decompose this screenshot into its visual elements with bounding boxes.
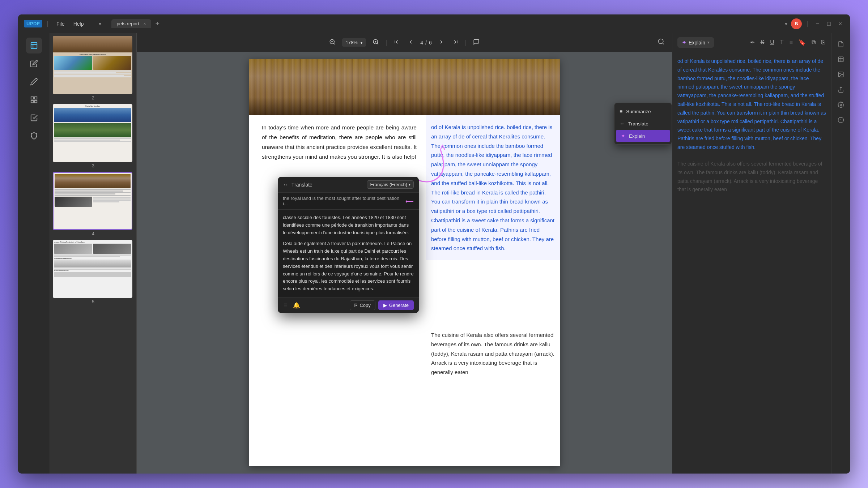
far-icon-info[interactable] [834,114,847,127]
translate-lang-select[interactable]: Français (French) ▾ [367,180,414,189]
pdf-toolbar: 178% ▾ | [137,33,672,52]
svg-rect-22 [838,57,843,62]
copy-button[interactable]: ⎘ Copy [350,300,375,310]
summarize-icon: ≡ [620,108,622,114]
right-content-text: od of Kerala is unpolished rice. boiled … [677,57,826,152]
tab-add-icon[interactable]: + [153,20,163,28]
ai-dropdown-menu: ≡ Summarize ↔ Translate ✦ Explain [614,103,672,145]
tab-pets-report[interactable]: pets report × [111,19,151,28]
far-icon-ocr[interactable] [834,53,847,66]
svg-rect-6 [31,100,33,103]
menu-help[interactable]: Help [70,20,88,28]
zoom-display[interactable]: 178% ▾ [342,38,366,47]
copy-format-icon[interactable]: ⧉ [810,38,817,47]
svg-point-26 [840,104,842,106]
dropdown-arrow-icon[interactable]: ▾ [99,21,101,27]
generate-label: Generate [389,303,409,308]
generate-button[interactable]: ▶ Generate [378,300,414,310]
right-panel-toolbar: ✦ Explain ▾ ✒ S U T ≡ 🔖 ⧉ ⎘ [672,33,831,52]
minimize-button[interactable]: − [814,21,821,27]
translate-icon-header: ↔ [283,181,289,188]
app-window: UPDF | File Help ▾ pets report × + ▾ B |… [18,14,850,474]
translate-arrow-icon: ⟵ [405,198,414,205]
svg-rect-3 [31,97,33,99]
align-icon[interactable]: ≡ [788,38,794,47]
translate-title: Translate [292,182,312,188]
explain-btn-label: Explain [689,40,705,46]
page-hero-image [249,59,560,115]
body-text-content: In today's time when more and more peopl… [262,123,417,162]
next-page-btn[interactable] [436,38,446,48]
generate-icon: ▶ [383,303,387,308]
explain-icon: ✦ [621,133,625,139]
right-column-text: od of Kerala is unpolished rice. boiled … [426,115,560,260]
prev-page-btn[interactable] [406,38,416,48]
thumb-img-2: A Key Phase in the History of Tourism [53,36,132,94]
ai-translate-item[interactable]: ↔ Translate [614,117,672,130]
nav-dropdown-icon[interactable]: ▾ [785,21,787,27]
right-panel-content: od of Kerala is unpolished rice. boiled … [672,52,831,474]
thumbnail-panel[interactable]: A Key Phase in the History of Tourism [50,33,137,474]
last-page-btn[interactable] [451,38,461,48]
translate-action-btns: ⎘ Copy ▶ Generate [350,300,414,310]
title-bar-actions: ▾ B | − □ × [785,18,844,29]
left-sidebar [18,33,50,474]
thumb-num-3: 3 [53,163,133,168]
thumbnail-3[interactable]: Why to Plan Your Tour 3 [53,104,133,168]
svg-line-17 [454,42,456,43]
copy-label: Copy [359,303,370,308]
translate-result-area: classe sociale des touristes. Les années… [278,210,419,297]
thumb-num-4: 4 [53,231,133,236]
translate-voice-icon[interactable]: 🔔 [292,301,301,310]
thumbnail-2[interactable]: A Key Phase in the History of Tourism [53,36,133,100]
bottom-right-text-content: The cuisine of Kerala also offers severa… [431,332,554,375]
translate-list-icon[interactable]: ≡ [283,301,288,310]
summarize-label: Summarize [626,109,651,114]
first-page-btn[interactable] [391,38,401,48]
maximize-button[interactable]: □ [825,21,833,27]
svg-rect-4 [34,97,37,99]
svg-line-15 [396,40,398,42]
thumbnail-4[interactable]: 4 [53,172,133,236]
sidebar-icon-protect[interactable] [26,128,42,144]
far-icon-settings[interactable] [834,98,847,111]
sidebar-icon-edit[interactable] [26,56,42,72]
far-icon-pdf[interactable] [834,38,847,51]
zoom-out-btn[interactable] [327,37,338,48]
svg-point-20 [659,39,663,44]
far-icon-image[interactable] [834,68,847,81]
sidebar-icon-pages[interactable] [26,38,42,53]
toolbar-sep-2: | [465,39,467,46]
comment-btn[interactable] [471,37,482,48]
search-btn[interactable] [658,38,665,47]
tab-area: pets report × + [111,19,780,28]
explain-button[interactable]: ✦ Explain ▾ [677,37,714,48]
ai-explain-item[interactable]: ✦ Explain [616,130,670,142]
app-logo: UPDF [24,20,42,27]
lang-dropdown-icon: ▾ [409,183,410,187]
text-icon[interactable]: T [779,38,785,47]
lang-label: Français (French) [370,182,407,187]
translate-label: Translate [628,121,648,127]
pdf-page: In today's time when more and more peopl… [137,52,672,474]
zoom-in-btn[interactable] [370,37,381,48]
pen-icon[interactable]: ✒ [749,38,756,47]
far-icon-share[interactable] [834,83,847,96]
page-total: 6 [429,40,432,46]
strikethrough-icon[interactable]: S [760,38,766,47]
sidebar-icon-forms[interactable] [26,110,42,126]
thumbnail-5[interactable]: Improve Working Productivity In Using Ap… [53,240,133,304]
sidebar-icon-organize[interactable] [26,92,42,108]
bookmark-icon[interactable]: 🔖 [797,38,807,47]
body-text-paragraph: In today's time when more and more peopl… [262,123,417,162]
tab-close-icon[interactable]: × [144,21,146,26]
sidebar-icon-annotate[interactable] [26,74,42,90]
svg-line-14 [396,42,398,43]
paste-icon[interactable]: ⎘ [820,38,826,47]
close-button[interactable]: × [837,21,844,27]
underline-icon[interactable]: U [769,38,775,47]
ai-summarize-item[interactable]: ≡ Summarize [614,105,672,117]
thumb-num-5: 5 [53,299,133,304]
menu-file[interactable]: File [53,20,68,28]
explain-star-icon: ✦ [682,39,686,46]
